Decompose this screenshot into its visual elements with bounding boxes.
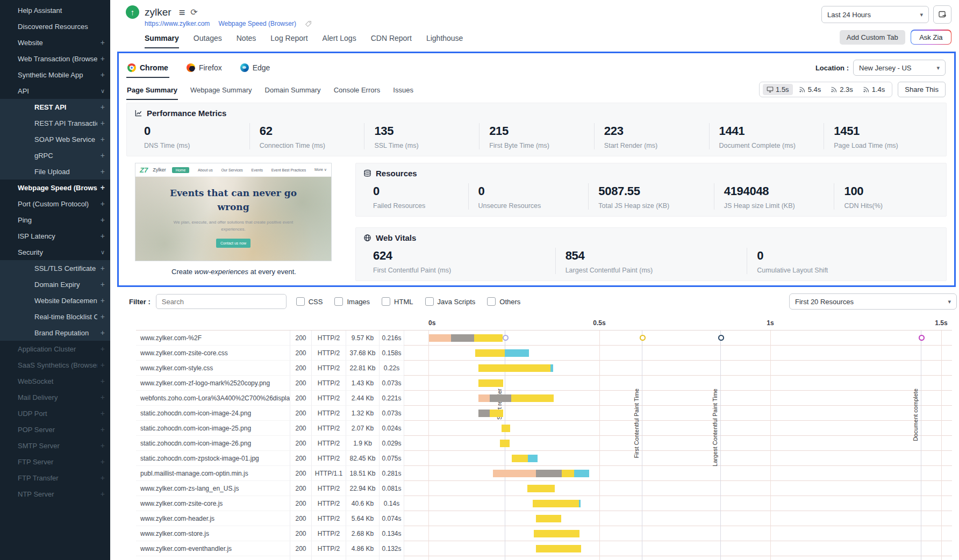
bandwidth-badge[interactable]: 2.3s bbox=[827, 84, 857, 95]
sidebar-item[interactable]: UDP Port + ∨ bbox=[0, 405, 110, 421]
sidebar-item[interactable]: REST API Transaction + ∨ bbox=[0, 115, 110, 131]
time-forward-button[interactable] bbox=[933, 5, 951, 24]
ask-zia-button[interactable]: Ask Zia bbox=[911, 30, 951, 45]
filter-type-checkbox[interactable]: HTML bbox=[382, 297, 413, 306]
sidebar-item[interactable]: Webpage Speed (Browser) + ∨ bbox=[0, 180, 110, 196]
add-monitor-icon[interactable]: + bbox=[101, 103, 105, 111]
sidebar-item[interactable]: API + ∨ bbox=[0, 83, 110, 99]
sidebar-item[interactable]: gRPC + ∨ bbox=[0, 147, 110, 163]
filter-type-checkbox[interactable]: CSS bbox=[296, 297, 323, 306]
filter-type-checkbox[interactable]: Others bbox=[487, 297, 520, 306]
sidebar-item[interactable]: ISP Latency + ∨ bbox=[0, 228, 110, 244]
resource-row[interactable]: www.zylker.com-zs-lang_en_US.js 200 HTTP… bbox=[136, 481, 952, 496]
resource-limit-select[interactable]: First 20 Resources ▾ bbox=[789, 293, 957, 310]
monitor-tab[interactable]: Alert Logs bbox=[323, 34, 356, 48]
browser-tab[interactable]: Firefox bbox=[185, 59, 223, 78]
checkbox-icon[interactable] bbox=[425, 297, 434, 306]
sidebar-item[interactable]: Web Transaction (Browser) + ∨ bbox=[0, 51, 110, 67]
add-monitor-icon[interactable]: + bbox=[101, 199, 105, 208]
add-monitor-icon[interactable]: + bbox=[101, 361, 105, 369]
add-monitor-icon[interactable]: + bbox=[101, 183, 105, 192]
add-monitor-icon[interactable]: + bbox=[101, 119, 105, 127]
sidebar-item[interactable]: SSL/TLS Certificate + ∨ bbox=[0, 260, 110, 276]
sidebar-item[interactable]: SaaS Synthetics (Browser) + ∨ bbox=[0, 357, 110, 373]
resource-row[interactable]: publ.maillist-manage.com-optin.min.js 20… bbox=[136, 466, 952, 481]
search-input[interactable] bbox=[156, 294, 287, 309]
sidebar-item[interactable]: NTP Server + ∨ bbox=[0, 486, 110, 502]
sidebar-item[interactable]: SOAP Web Service + ∨ bbox=[0, 131, 110, 147]
add-monitor-icon[interactable]: + bbox=[101, 216, 105, 224]
resource-row[interactable]: www.zylker.com-header.js 200 HTTP/2 5.64… bbox=[136, 511, 952, 526]
monitor-tab[interactable]: Notes bbox=[237, 34, 256, 48]
add-monitor-icon[interactable]: + bbox=[101, 151, 105, 160]
sidebar-item[interactable]: Website + ∨ bbox=[0, 34, 110, 51]
sidebar-item[interactable]: POP Server + ∨ bbox=[0, 421, 110, 437]
add-monitor-icon[interactable]: + bbox=[101, 457, 105, 466]
monitor-tab[interactable]: CDN Report bbox=[371, 34, 412, 48]
resource-row[interactable]: www.zylker.com-zf-logo-mark%2520copy.png… bbox=[136, 376, 952, 391]
tag-icon[interactable] bbox=[305, 20, 312, 27]
sidebar-item[interactable]: Help Assistant + ∨ bbox=[0, 2, 110, 18]
sidebar-item[interactable]: Port (Custom Protocol) + ∨ bbox=[0, 196, 110, 212]
add-monitor-icon[interactable]: + bbox=[101, 441, 105, 450]
add-monitor-icon[interactable]: + bbox=[101, 296, 105, 305]
checkbox-icon[interactable] bbox=[487, 297, 496, 306]
resource-row[interactable]: www.zylker.com-style.css 200 HTTP/2 22.8… bbox=[136, 361, 952, 376]
resource-row[interactable]: www.zylker.com-zsite-core.js 200 HTTP/2 … bbox=[136, 496, 952, 511]
bandwidth-badge[interactable]: 1.5s bbox=[763, 84, 793, 95]
add-monitor-icon[interactable]: + bbox=[101, 135, 105, 143]
monitor-type-link[interactable]: Webpage Speed (Browser) bbox=[218, 20, 296, 27]
add-monitor-icon[interactable]: + bbox=[101, 409, 105, 418]
summary-subtab[interactable]: Console Errors bbox=[333, 81, 381, 100]
resource-row[interactable]: www.zylker.com-%2F 200 HTTP/2 9.57 Kb 0.… bbox=[136, 331, 952, 346]
sidebar-item[interactable]: File Upload + ∨ bbox=[0, 163, 110, 180]
checkbox-icon[interactable] bbox=[382, 297, 390, 306]
add-monitor-icon[interactable]: + bbox=[101, 167, 105, 176]
add-monitor-icon[interactable]: + bbox=[101, 425, 105, 434]
add-monitor-icon[interactable]: + bbox=[101, 344, 105, 353]
resource-row[interactable]: www.zylker.com-products-pagination.js 20… bbox=[136, 556, 952, 560]
add-monitor-icon[interactable]: + bbox=[101, 490, 105, 498]
refresh-icon[interactable]: ⟳ bbox=[190, 8, 197, 17]
add-monitor-icon[interactable]: + bbox=[101, 393, 105, 401]
resource-row[interactable]: webfonts.zoho.com-Lora%3A400%2C700%26dis… bbox=[136, 391, 952, 406]
add-monitor-icon[interactable]: + bbox=[101, 280, 105, 289]
sidebar-item[interactable]: Synthetic Mobile App + ∨ bbox=[0, 67, 110, 83]
add-monitor-icon[interactable]: + bbox=[101, 264, 105, 272]
sidebar-item[interactable]: Application Cluster + ∨ bbox=[0, 341, 110, 357]
add-monitor-icon[interactable]: + bbox=[101, 473, 105, 482]
page-screenshot-thumbnail[interactable]: Z7 Zylker Home About us bbox=[135, 163, 332, 261]
resource-row[interactable]: www.zylker.com-store.js 200 HTTP/2 2.68 … bbox=[136, 526, 952, 541]
summary-subtab[interactable]: Webpage Summary bbox=[190, 81, 253, 100]
add-monitor-icon[interactable]: + bbox=[101, 54, 105, 63]
add-custom-tab-button[interactable]: Add Custom Tab bbox=[840, 30, 905, 45]
resource-row[interactable]: static.zohocdn.com-zpstock-image-01.jpg … bbox=[136, 451, 952, 466]
menu-icon[interactable]: ≡ bbox=[179, 7, 185, 18]
monitor-tab[interactable]: Lighthouse bbox=[426, 34, 463, 48]
monitor-tab[interactable]: Summary bbox=[145, 34, 179, 48]
browser-tab[interactable]: Edge bbox=[239, 59, 271, 78]
add-monitor-icon[interactable]: + bbox=[101, 312, 105, 321]
sidebar-item[interactable]: Brand Reputation + ∨ bbox=[0, 325, 110, 341]
sidebar-item[interactable]: Security + ∨ bbox=[0, 244, 110, 260]
checkbox-icon[interactable] bbox=[334, 297, 343, 306]
sidebar-item[interactable]: Mail Delivery + ∨ bbox=[0, 389, 110, 405]
sidebar-item[interactable]: WebSocket + ∨ bbox=[0, 373, 110, 389]
sidebar-item[interactable]: Discovered Resources + ∨ bbox=[0, 18, 110, 34]
add-monitor-icon[interactable]: + bbox=[101, 328, 105, 337]
summary-subtab[interactable]: Domain Summary bbox=[264, 81, 321, 100]
time-range-select[interactable]: Last 24 Hours ▾ bbox=[821, 6, 929, 23]
resource-row[interactable]: static.zohocdn.com-icon-image-24.png 200… bbox=[136, 406, 952, 421]
share-this-button[interactable]: Share This bbox=[898, 82, 946, 97]
sidebar-item[interactable]: REST API + ∨ bbox=[0, 99, 110, 115]
bandwidth-badge[interactable]: 1.4s bbox=[859, 84, 889, 95]
add-monitor-icon[interactable]: + bbox=[101, 232, 105, 240]
resource-row[interactable]: www.zylker.com-eventhandler.js 200 HTTP/… bbox=[136, 541, 952, 556]
resource-row[interactable]: www.zylker.com-zsite-core.css 200 HTTP/2… bbox=[136, 346, 952, 361]
monitor-tab[interactable]: Outages bbox=[194, 34, 222, 48]
add-monitor-icon[interactable]: + bbox=[101, 38, 105, 47]
sidebar-item[interactable]: Ping + ∨ bbox=[0, 212, 110, 228]
bandwidth-badge[interactable]: 5.4s bbox=[795, 84, 825, 95]
sidebar-item[interactable]: FTP Server + ∨ bbox=[0, 454, 110, 470]
checkbox-icon[interactable] bbox=[296, 297, 305, 306]
